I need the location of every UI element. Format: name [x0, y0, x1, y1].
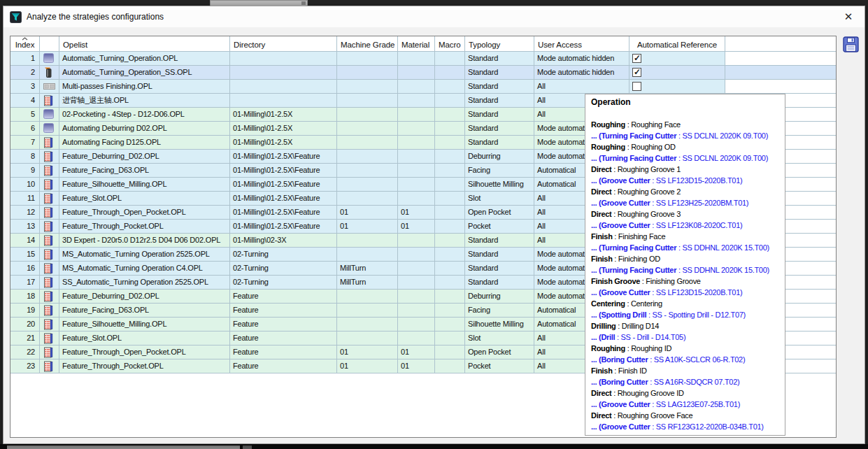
cell-filler[interactable] — [725, 52, 836, 66]
cell-index[interactable]: 6 — [10, 122, 40, 136]
cell-opelist[interactable]: Feature_Deburring_D02.OPL — [59, 150, 230, 164]
cell-material[interactable] — [398, 80, 435, 94]
cell-auto_ref[interactable] — [629, 80, 725, 94]
cell-material[interactable] — [398, 52, 435, 66]
cell-opelist[interactable]: Feature_Silhouette_Milling.OPL — [59, 318, 230, 332]
cell-macro[interactable] — [435, 94, 465, 108]
cell-macro[interactable] — [435, 332, 465, 345]
cell-material[interactable]: 01 — [398, 220, 435, 234]
cell-opelist[interactable]: Feature_Facing_D63.OPL — [59, 164, 230, 178]
cell-typology[interactable]: Silhouette Milling — [465, 318, 534, 332]
column-header-material[interactable]: Material — [398, 36, 435, 52]
automatical-reference-checkbox[interactable] — [632, 68, 641, 77]
cell-filler[interactable] — [725, 80, 836, 94]
cell-opelist[interactable]: Feature_Facing_D63.OPL — [59, 304, 230, 318]
dialog-titlebar[interactable]: Analyze the strategies configurations ✕ — [3, 6, 865, 27]
cell-index[interactable]: 20 — [10, 318, 40, 332]
cell-index[interactable]: 21 — [10, 332, 40, 345]
cell-macro[interactable] — [435, 206, 465, 220]
cell-user_access[interactable]: Mode automatic hidden — [534, 52, 629, 66]
cell-opelist[interactable]: 进背轴_退主轴.OPL — [59, 94, 230, 108]
cell-typology[interactable]: Deburring — [465, 150, 534, 164]
cell-index[interactable]: 17 — [10, 276, 40, 290]
cell-directory[interactable]: 01-Milling\01-2.5X\Feature — [230, 192, 337, 206]
cell-macro[interactable] — [435, 304, 465, 318]
cell-icon[interactable] — [40, 178, 59, 192]
cell-typology[interactable]: Pocket — [465, 220, 534, 234]
cell-directory[interactable]: Feature — [230, 304, 337, 318]
cell-material[interactable] — [398, 276, 435, 290]
cell-macro[interactable] — [435, 66, 465, 80]
cell-machine_grade[interactable]: 01 — [337, 359, 398, 373]
cell-machine_grade[interactable] — [337, 248, 398, 262]
cell-machine_grade[interactable] — [337, 150, 398, 164]
cell-directory[interactable]: 01-Milling\01-2.5X\Feature — [230, 206, 337, 220]
cell-typology[interactable]: Slot — [465, 332, 534, 345]
cell-directory[interactable]: 01-Milling\01-2.5X\Feature — [230, 178, 337, 192]
cell-macro[interactable] — [435, 234, 465, 248]
cell-machine_grade[interactable] — [337, 318, 398, 332]
cell-typology[interactable]: Standard — [465, 136, 534, 150]
cell-machine_grade[interactable] — [337, 66, 398, 80]
cell-directory[interactable] — [230, 52, 337, 66]
cell-opelist[interactable]: Feature_Slot.OPL — [59, 192, 230, 206]
cell-filler[interactable] — [725, 66, 836, 80]
cell-material[interactable] — [398, 178, 435, 192]
cell-typology[interactable]: Standard — [465, 66, 534, 80]
cell-directory[interactable]: 02-Turning — [230, 262, 337, 276]
cell-macro[interactable] — [435, 290, 465, 304]
cell-macro[interactable] — [435, 318, 465, 332]
cell-macro[interactable] — [435, 80, 465, 94]
cell-macro[interactable] — [435, 276, 465, 290]
cell-typology[interactable]: Deburring — [465, 290, 534, 304]
cell-directory[interactable]: Feature — [230, 359, 337, 373]
cell-typology[interactable]: Standard — [465, 234, 534, 248]
cell-machine_grade[interactable] — [337, 80, 398, 94]
cell-opelist[interactable]: Feature_Slot.OPL — [59, 332, 230, 345]
cell-icon[interactable] — [40, 248, 59, 262]
column-header-machine_grade[interactable]: Machine Grade — [337, 36, 398, 52]
column-header-user_access[interactable]: User Access — [534, 36, 629, 52]
cell-material[interactable] — [398, 332, 435, 345]
cell-icon[interactable] — [40, 234, 59, 248]
cell-material[interactable] — [398, 234, 435, 248]
cell-machine_grade[interactable] — [337, 108, 398, 122]
cell-opelist[interactable]: MS_Automatic_Turning Operation C4.OPL — [59, 262, 230, 276]
cell-icon[interactable] — [40, 150, 59, 164]
cell-index[interactable]: 22 — [10, 345, 40, 359]
cell-opelist[interactable]: Automating Facing D125.OPL — [59, 136, 230, 150]
save-button[interactable] — [841, 34, 860, 54]
column-header-filler[interactable] — [725, 36, 836, 52]
cell-directory[interactable]: 01-Milling\01-2.5X — [230, 136, 337, 150]
cell-machine_grade[interactable]: 01 — [337, 345, 398, 359]
cell-icon[interactable] — [40, 304, 59, 318]
cell-icon[interactable] — [40, 66, 59, 80]
cell-icon[interactable] — [40, 52, 59, 66]
cell-typology[interactable]: Standard — [465, 248, 534, 262]
cell-opelist[interactable]: Automatic_Turning_Operation.OPL — [59, 52, 230, 66]
cell-index[interactable]: 8 — [10, 150, 40, 164]
cell-opelist[interactable]: 3D Expert - D20r5.0 D12r2.5 D04 D06 D02.… — [59, 234, 230, 248]
cell-typology[interactable]: Silhouette Milling — [465, 178, 534, 192]
cell-opelist[interactable]: Feature_Through_Open_Pocket.OPL — [59, 206, 230, 220]
cell-directory[interactable]: 01-Milling\01-2.5X\Feature — [230, 164, 337, 178]
cell-material[interactable] — [398, 318, 435, 332]
cell-index[interactable]: 13 — [10, 220, 40, 234]
cell-index[interactable]: 11 — [10, 192, 40, 206]
cell-directory[interactable] — [230, 80, 337, 94]
cell-icon[interactable] — [40, 192, 59, 206]
cell-macro[interactable] — [435, 359, 465, 373]
cell-index[interactable]: 12 — [10, 206, 40, 220]
cell-directory[interactable]: Feature — [230, 332, 337, 345]
column-header-auto_ref[interactable]: Automatical Reference — [629, 36, 725, 52]
cell-icon[interactable] — [40, 290, 59, 304]
cell-index[interactable]: 16 — [10, 262, 40, 276]
cell-machine_grade[interactable]: MillTurn — [337, 276, 398, 290]
cell-opelist[interactable]: Multi-passes Finishing.OPL — [59, 80, 230, 94]
cell-index[interactable]: 2 — [10, 66, 40, 80]
cell-machine_grade[interactable] — [337, 234, 398, 248]
cell-typology[interactable]: Facing — [465, 304, 534, 318]
cell-icon[interactable] — [40, 80, 59, 94]
cell-typology[interactable]: Standard — [465, 122, 534, 136]
column-header-macro[interactable]: Macro — [435, 36, 465, 52]
